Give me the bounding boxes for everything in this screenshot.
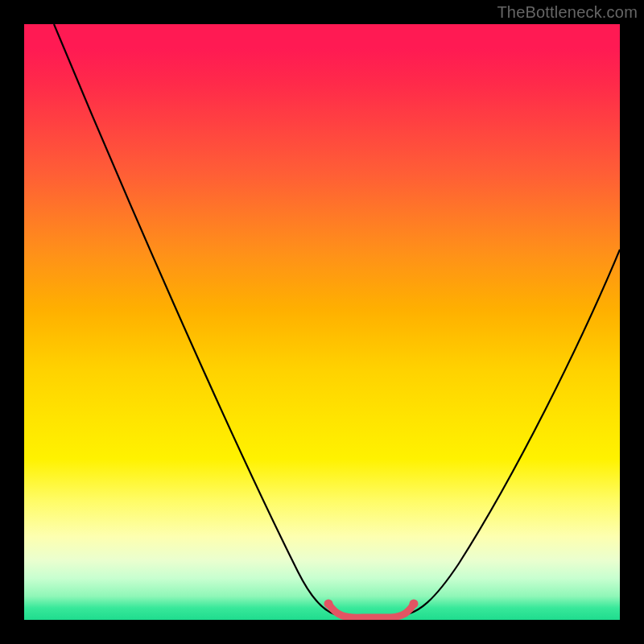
optimum-marker-dot-right xyxy=(410,600,419,609)
plot-area xyxy=(24,24,620,620)
curve-right-branch xyxy=(402,250,620,615)
curve-left-branch xyxy=(54,24,338,615)
optimum-marker-dot-left xyxy=(324,600,333,609)
watermark-text: TheBottleneck.com xyxy=(497,3,638,22)
optimum-marker xyxy=(328,604,414,617)
bottleneck-curve xyxy=(24,24,620,620)
chart-frame: TheBottleneck.com xyxy=(0,0,644,644)
